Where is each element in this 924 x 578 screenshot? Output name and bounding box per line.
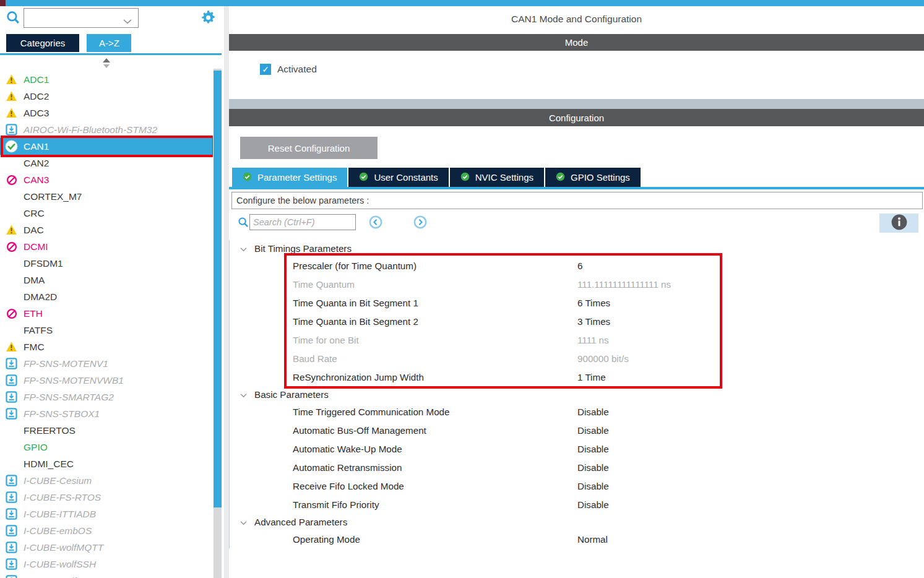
sidebar-item-fp-sns-motenv1[interactable]: FP-SNS-MOTENV1 [0, 355, 213, 372]
sidebar-item-hdmi-cec[interactable]: HDMI_CEC [0, 455, 213, 472]
sidebar-item-fmc[interactable]: FMC [0, 339, 213, 355]
tab-label: Parameter Settings [257, 172, 337, 183]
panel-splitter[interactable] [229, 99, 924, 109]
sidebar-item-label: I-CUBE-wolfMQTT [24, 542, 103, 553]
tab-parameter-settings[interactable]: Parameter Settings [232, 168, 347, 187]
sidebar-item-airoc-wi-fi-bluetooth-stm32[interactable]: AIROC-Wi-Fi-Bluetooth-STM32 [0, 121, 213, 138]
tab-user-constants[interactable]: User Constants [348, 168, 448, 187]
tab-gpio-settings[interactable]: GPIO Settings [545, 168, 641, 187]
sidebar-item-eth[interactable]: ETH [0, 305, 213, 322]
sidebar-item-i-cube-ittiadb[interactable]: I-CUBE-ITTIADB [0, 506, 213, 522]
sidebar-item-dfsdm1[interactable]: DFSDM1 [0, 255, 213, 272]
sidebar-item-fp-sns-smartag2[interactable]: FP-SNS-SMARTAG2 [0, 389, 213, 405]
param-row-time-quanta-in-bit-segment-1[interactable]: Time Quanta in Bit Segment 16 Times [230, 293, 924, 312]
mode-and-configuration-panel: CAN1 Mode and Configuration Mode ✓ Activ… [229, 6, 924, 578]
sidebar-item-label: CRC [24, 208, 45, 219]
sidebar-item-dma2d[interactable]: DMA2D [0, 288, 213, 305]
param-row-operating-mode[interactable]: Operating ModeNormal [230, 530, 924, 548]
sidebar-item-dma[interactable]: DMA [0, 272, 213, 288]
param-row-time-quantum[interactable]: Time Quantum111.11111111111111 ns [230, 275, 924, 293]
section-header-bit-timings-parameters[interactable]: Bit Timings Parameters [230, 240, 924, 256]
sidebar-item-freertos[interactable]: FREERTOS [0, 422, 213, 439]
download-icon [5, 541, 18, 554]
warning-icon [5, 90, 18, 103]
param-row-receive-fifo-locked-mode[interactable]: Receive Fifo Locked ModeDisable [230, 477, 924, 495]
sort-down-arrow-icon [103, 64, 110, 68]
sidebar-scrollbar[interactable] [214, 69, 222, 578]
sidebar-item-label: DMA [24, 275, 45, 286]
param-label: Prescaler (for Time Quantum) [293, 261, 417, 271]
sidebar-tabs: Categories A->Z [0, 34, 224, 52]
tab-categories[interactable]: Categories [6, 34, 79, 52]
param-row-prescaler-for-time-quantum[interactable]: Prescaler (for Time Quantum)6 [230, 256, 924, 275]
param-value[interactable]: Disable [577, 499, 609, 510]
sidebar-item-i-cube-cesium[interactable]: I-CUBE-Cesium [0, 472, 213, 489]
sidebar-item-can3[interactable]: CAN3 [0, 171, 213, 188]
sidebar-item-adc1[interactable]: ADC1 [0, 71, 213, 88]
sidebar-scrollbar-thumb[interactable] [214, 71, 222, 507]
sort-toggle-icon[interactable] [103, 58, 110, 69]
sidebar-tabs-underline [0, 53, 222, 55]
sidebar-item-i-cube-embos[interactable]: I-CUBE-embOS [0, 522, 213, 539]
check-icon [5, 140, 18, 153]
param-row-time-triggered-communication-mode[interactable]: Time Triggered Communication ModeDisable [230, 402, 924, 421]
section-header-advanced-parameters[interactable]: Advanced Parameters [230, 514, 924, 530]
param-row-automatic-retransmission[interactable]: Automatic RetransmissionDisable [230, 458, 924, 477]
param-row-resynchronization-jump-width[interactable]: ReSynchronization Jump Width1 Time [230, 368, 924, 386]
configuration-tabs-underline [229, 187, 924, 189]
sidebar-item-i-cube-wolfssl[interactable]: I-CUBE-wolfSSL [0, 572, 213, 578]
sidebar-item-crc[interactable]: CRC [0, 205, 213, 222]
sidebar-item-i-cube-wolfssh[interactable]: I-CUBE-wolfSSH [0, 556, 213, 572]
blocked-icon [5, 173, 18, 186]
next-match-icon[interactable] [413, 215, 427, 231]
sidebar-item-fatfs[interactable]: FATFS [0, 322, 213, 339]
sidebar-item-i-cube-fs-rtos[interactable]: I-CUBE-FS-RTOS [0, 489, 213, 506]
param-label: Time Quanta in Bit Segment 1 [293, 298, 418, 308]
section-rows: Prescaler (for Time Quantum)6Time Quantu… [230, 256, 924, 386]
param-value[interactable]: Disable [577, 425, 609, 436]
param-value[interactable]: 3 Times [577, 316, 610, 327]
no-icon [5, 457, 18, 470]
tab-label: User Constants [374, 172, 438, 183]
param-value[interactable]: 6 [577, 261, 582, 271]
param-row-automatic-wake-up-mode[interactable]: Automatic Wake-Up ModeDisable [230, 439, 924, 458]
parameter-search-input[interactable] [249, 214, 356, 230]
settings-gear-icon[interactable] [200, 9, 217, 27]
param-value[interactable]: Disable [577, 462, 609, 473]
reset-configuration-button[interactable]: Reset Configuration [240, 137, 378, 159]
sidebar-item-dcmi[interactable]: DCMI [0, 238, 213, 255]
panel-separator [224, 6, 229, 578]
sidebar-item-fp-sns-motenvwb1[interactable]: FP-SNS-MOTENVWB1 [0, 372, 213, 389]
sidebar-item-can2[interactable]: CAN2 [0, 155, 213, 171]
param-value[interactable]: 6 Times [577, 298, 610, 308]
download-icon [5, 374, 18, 387]
sidebar-item-adc3[interactable]: ADC3 [0, 105, 213, 121]
sidebar-search-combobox[interactable] [24, 8, 139, 28]
sidebar-item-gpio[interactable]: GPIO [0, 439, 213, 455]
section-header-basic-parameters[interactable]: Basic Parameters [230, 386, 924, 402]
param-value[interactable]: Disable [577, 444, 609, 454]
param-row-transmit-fifo-priority[interactable]: Transmit Fifo PriorityDisable [230, 495, 924, 514]
sidebar-item-can1[interactable]: CAN1 [0, 138, 213, 155]
section-title: Basic Parameters [254, 389, 329, 400]
param-label: Receive Fifo Locked Mode [293, 481, 404, 491]
sidebar-item-dac[interactable]: DAC [0, 222, 213, 238]
param-row-time-quanta-in-bit-segment-2[interactable]: Time Quanta in Bit Segment 23 Times [230, 312, 924, 330]
previous-match-icon[interactable] [369, 215, 382, 231]
param-row-time-for-one-bit[interactable]: Time for one Bit1111 ns [230, 330, 924, 349]
param-value[interactable]: Disable [577, 407, 609, 417]
param-row-automatic-bus-off-management[interactable]: Automatic Bus-Off ManagementDisable [230, 421, 924, 439]
param-value[interactable]: Disable [577, 481, 609, 491]
tab-a-z[interactable]: A->Z [87, 34, 131, 52]
sidebar-item-i-cube-wolfmqtt[interactable]: I-CUBE-wolfMQTT [0, 539, 213, 556]
param-value[interactable]: 1 Time [577, 372, 606, 382]
sidebar-item-cortex-m7[interactable]: CORTEX_M7 [0, 188, 213, 205]
info-button[interactable] [879, 214, 918, 233]
tab-nvic-settings[interactable]: NVIC Settings [450, 168, 544, 187]
activated-checkbox[interactable]: ✓ [260, 64, 271, 75]
param-value[interactable]: Normal [577, 534, 608, 545]
param-label: Automatic Retransmission [293, 462, 402, 473]
sidebar-item-adc2[interactable]: ADC2 [0, 88, 213, 105]
param-row-baud-rate[interactable]: Baud Rate900000 bit/s [230, 349, 924, 368]
sidebar-item-fp-sns-stbox1[interactable]: FP-SNS-STBOX1 [0, 405, 213, 422]
